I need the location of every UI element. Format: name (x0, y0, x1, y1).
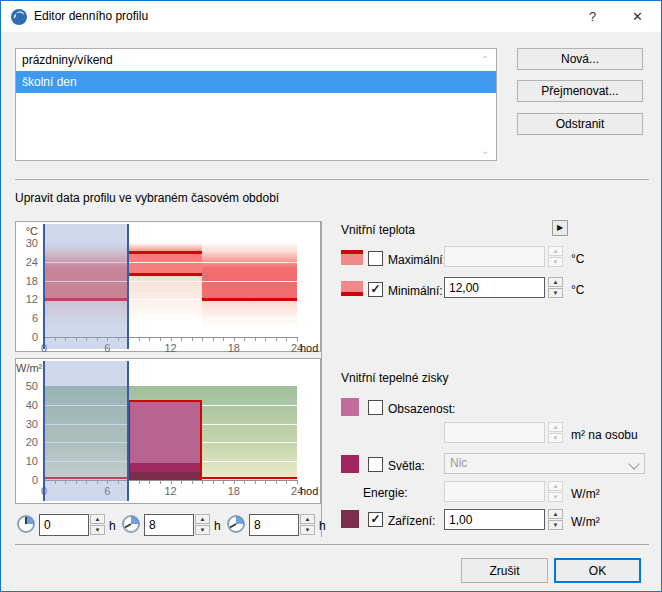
gains-profile-outline[interactable] (128, 400, 202, 480)
x-tick (223, 338, 224, 341)
title-bar: Editor denního profilu ? ✕ (1, 1, 661, 32)
time-duration-unit: h (319, 519, 326, 533)
lights-label: Světla: (388, 459, 425, 473)
clock-icon (121, 514, 141, 534)
x-tick (149, 481, 150, 484)
x-tick (276, 481, 277, 484)
spinner-down-icon[interactable]: ▼ (300, 525, 315, 535)
equipment-spinner[interactable]: ▲▼ (548, 509, 563, 530)
time-start-spinner[interactable]: ▲▼ (90, 514, 105, 536)
close-button[interactable]: ✕ (615, 1, 660, 32)
selection-handle[interactable] (43, 361, 45, 501)
occupancy-spinner[interactable]: ▲▼ (548, 422, 563, 443)
profile-list[interactable]: prázdniny/víkendškolní den ⌃ ⌄ (15, 48, 497, 161)
lights-swatch (341, 455, 359, 473)
equipment-input[interactable] (444, 509, 545, 530)
x-tick (276, 338, 277, 341)
new-button[interactable]: Nová... (517, 48, 643, 70)
spinner-up-icon[interactable]: ▲ (548, 422, 563, 432)
x-tick (297, 481, 298, 484)
x-tick (286, 481, 287, 484)
selection-handle[interactable] (43, 224, 45, 349)
x-tick (255, 481, 256, 484)
time-end-unit: h (214, 519, 221, 533)
x-tick-label: 12 (161, 342, 181, 354)
spinner-up-icon[interactable]: ▲ (90, 514, 105, 524)
scroll-up-icon[interactable]: ⌃ (481, 55, 491, 65)
x-tick (181, 481, 182, 484)
min-spinner[interactable]: ▲▼ (548, 277, 563, 298)
lights-checkbox[interactable] (368, 457, 383, 472)
occupancy-input[interactable] (444, 422, 545, 443)
spinner-up-icon[interactable]: ▲ (548, 481, 563, 491)
selection-band[interactable] (44, 361, 128, 501)
temperature-chart[interactable]: °C061218243006121824hod (15, 221, 321, 352)
temperature-panel-title: Vnitřní teplota (341, 223, 415, 237)
lights-dropdown[interactable]: Nic (444, 453, 645, 474)
max-checkbox[interactable] (368, 251, 383, 266)
spinner-down-icon[interactable]: ▼ (548, 492, 563, 502)
x-tick-label: 18 (224, 342, 244, 354)
x-axis-unit-label: hod (300, 342, 318, 354)
max-input[interactable] (444, 246, 545, 267)
min-input[interactable] (444, 277, 545, 298)
time-duration-spinner[interactable]: ▲▼ (300, 514, 315, 536)
equipment-checkbox[interactable] (368, 512, 383, 527)
spinner-down-icon[interactable]: ▼ (548, 257, 563, 267)
spinner-down-icon[interactable]: ▼ (195, 525, 210, 535)
x-tick (297, 338, 298, 341)
list-item[interactable]: prázdniny/víkend (16, 49, 496, 71)
cancel-button[interactable]: Zrušit (461, 558, 548, 583)
clock-icon (16, 514, 36, 534)
spinner-down-icon[interactable]: ▼ (548, 520, 563, 530)
list-item[interactable]: školní den (16, 71, 496, 93)
spinner-up-icon[interactable]: ▲ (548, 246, 563, 256)
energy-input[interactable] (444, 481, 545, 502)
x-tick (234, 481, 235, 484)
min-label: Minimální: (388, 284, 443, 298)
delete-button[interactable]: Odstranit (517, 113, 643, 135)
energy-spinner[interactable]: ▲▼ (548, 481, 563, 502)
flyout-button[interactable]: ▶ (552, 220, 568, 236)
help-button[interactable]: ? (570, 1, 615, 32)
time-end-spinner[interactable]: ▲▼ (195, 514, 210, 536)
equipment-swatch (341, 510, 359, 528)
ok-button[interactable]: OK (554, 558, 641, 583)
spinner-down-icon[interactable]: ▼ (548, 433, 563, 443)
min-temp-swatch (341, 281, 363, 296)
x-tick (234, 338, 235, 341)
min-checkbox[interactable] (368, 282, 383, 297)
x-tick (223, 481, 224, 484)
spinner-up-icon[interactable]: ▲ (548, 509, 563, 519)
time-duration-input[interactable] (249, 514, 299, 536)
spinner-down-icon[interactable]: ▼ (90, 525, 105, 535)
y-tick-label: 10 (16, 455, 38, 467)
y-tick-label: 30 (16, 237, 38, 249)
x-tick (171, 481, 172, 484)
spinner-up-icon[interactable]: ▲ (548, 277, 563, 287)
y-tick-label: 30 (16, 418, 38, 430)
spinner-up-icon[interactable]: ▲ (300, 514, 315, 524)
temperature-profile-line[interactable] (128, 251, 202, 254)
y-axis-unit-label: °C (16, 225, 38, 237)
occupancy-swatch (341, 398, 359, 416)
x-tick-label: 12 (161, 485, 181, 497)
gains-chart[interactable]: W/m²0102030405006121824hod (15, 358, 321, 504)
x-tick (244, 338, 245, 341)
spinner-down-icon[interactable]: ▼ (548, 288, 563, 298)
max-spinner[interactable]: ▲▼ (548, 246, 563, 267)
temperature-profile-line[interactable] (202, 298, 297, 301)
dialog-window: Editor denního profilu ? ✕ prázdniny/vík… (0, 0, 662, 592)
occupancy-checkbox[interactable] (368, 400, 383, 415)
time-end-input[interactable] (144, 514, 194, 536)
selection-handle[interactable] (127, 224, 129, 349)
selection-handle[interactable] (127, 361, 129, 501)
temperature-profile-line[interactable] (128, 273, 202, 276)
selection-band[interactable] (44, 224, 128, 349)
equipment-unit: W/m² (571, 515, 600, 529)
rename-button[interactable]: Přejmenovat... (517, 80, 643, 102)
temp-fill (202, 243, 297, 299)
scroll-down-icon[interactable]: ⌄ (481, 146, 491, 156)
spinner-up-icon[interactable]: ▲ (195, 514, 210, 524)
time-start-input[interactable] (39, 514, 89, 536)
